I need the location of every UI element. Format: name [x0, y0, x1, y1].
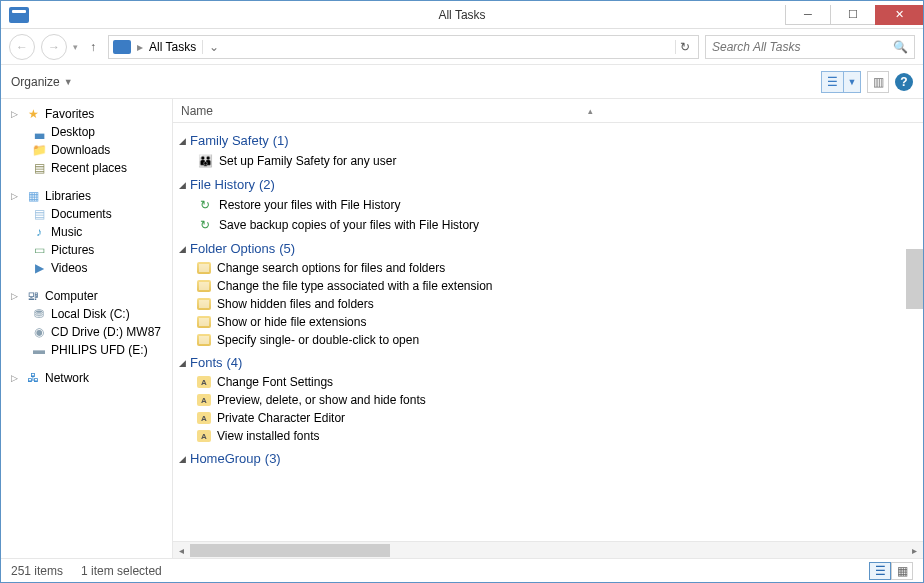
expand-icon: ▷: [11, 291, 21, 301]
sidebar-libraries[interactable]: ▷▦Libraries: [1, 187, 172, 205]
view-icon[interactable]: ☰: [822, 72, 844, 92]
scroll-right-icon[interactable]: ▸: [906, 545, 923, 556]
sidebar-item-videos[interactable]: ▶Videos: [1, 259, 172, 277]
app-icon: [9, 7, 29, 23]
breadcrumb-location[interactable]: All Tasks: [149, 40, 196, 54]
star-icon: ★: [25, 107, 41, 121]
music-icon: ♪: [31, 225, 47, 239]
back-button[interactable]: ←: [9, 34, 35, 60]
group-header[interactable]: ◢Fonts (4): [179, 349, 923, 373]
fold-icon: [197, 280, 211, 292]
details-view-button[interactable]: ☰: [869, 562, 891, 580]
task-label: Change Font Settings: [217, 375, 333, 389]
task-item[interactable]: Specify single- or double-click to open: [179, 331, 923, 349]
font-icon: A: [197, 394, 211, 406]
navigation-pane[interactable]: ▷★Favorites ▃Desktop 📁Downloads ▤Recent …: [1, 99, 173, 558]
cd-icon: ◉: [31, 325, 47, 339]
status-selected: 1 item selected: [81, 564, 162, 578]
sidebar-item-documents[interactable]: ▤Documents: [1, 205, 172, 223]
task-item[interactable]: APrivate Character Editor: [179, 409, 923, 427]
hist-icon: ↻: [197, 217, 213, 233]
sidebar-computer[interactable]: ▷🖳Computer: [1, 287, 172, 305]
history-dropdown[interactable]: ▾: [73, 42, 78, 52]
horizontal-scrollbar[interactable]: ◂ ▸: [173, 541, 923, 558]
forward-button[interactable]: →: [41, 34, 67, 60]
refresh-button[interactable]: ↻: [675, 40, 694, 54]
preview-pane-button[interactable]: ▥: [867, 71, 889, 93]
caret-down-icon: ◢: [179, 244, 186, 254]
task-item[interactable]: Show hidden files and folders: [179, 295, 923, 313]
videos-icon: ▶: [31, 261, 47, 275]
expand-icon: ▷: [11, 191, 21, 201]
search-icon: 🔍: [893, 40, 908, 54]
sidebar-label: Favorites: [45, 107, 94, 121]
scroll-thumb[interactable]: [190, 544, 390, 557]
sidebar-item-recent[interactable]: ▤Recent places: [1, 159, 172, 177]
group-header[interactable]: ◢Folder Options (5): [179, 235, 923, 259]
icons-view-button[interactable]: ▦: [891, 562, 913, 580]
group-header[interactable]: ◢File History (2): [179, 171, 923, 195]
close-button[interactable]: ✕: [875, 5, 923, 25]
caret-down-icon: ◢: [179, 136, 186, 146]
organize-label: Organize: [11, 75, 60, 89]
maximize-button[interactable]: ☐: [830, 5, 876, 25]
task-item[interactable]: 👪Set up Family Safety for any user: [179, 151, 923, 171]
task-item[interactable]: AView installed fonts: [179, 427, 923, 445]
address-bar[interactable]: ▸ All Tasks ⌄ ↻: [108, 35, 699, 59]
group-count: (5): [279, 241, 295, 256]
fold-icon: [197, 262, 211, 274]
group-header[interactable]: ◢Family Safety (1): [179, 127, 923, 151]
search-input[interactable]: [712, 40, 893, 54]
task-label: Restore your files with File History: [219, 198, 400, 212]
task-item[interactable]: Change search options for files and fold…: [179, 259, 923, 277]
sidebar-item-downloads[interactable]: 📁Downloads: [1, 141, 172, 159]
column-name[interactable]: Name: [181, 104, 213, 118]
sidebar-network[interactable]: ▷🖧Network: [1, 369, 172, 387]
sidebar-item-label: Documents: [51, 207, 112, 221]
window-controls: ─ ☐ ✕: [786, 5, 923, 25]
address-dropdown[interactable]: ⌄: [202, 40, 225, 54]
body: ▷★Favorites ▃Desktop 📁Downloads ▤Recent …: [1, 99, 923, 558]
task-item[interactable]: Show or hide file extensions: [179, 313, 923, 331]
task-item[interactable]: ↻Restore your files with File History: [179, 195, 923, 215]
group-title: Folder Options: [190, 241, 275, 256]
column-header[interactable]: Name ▴: [173, 99, 923, 123]
sidebar-item-cd-drive[interactable]: ◉CD Drive (D:) MW87: [1, 323, 172, 341]
recent-icon: ▤: [31, 161, 47, 175]
sidebar-favorites[interactable]: ▷★Favorites: [1, 105, 172, 123]
task-label: Save backup copies of your files with Fi…: [219, 218, 479, 232]
sidebar-item-label: Recent places: [51, 161, 127, 175]
task-item[interactable]: ↻Save backup copies of your files with F…: [179, 215, 923, 235]
sidebar-item-local-disk[interactable]: ⛃Local Disk (C:): [1, 305, 172, 323]
minimize-button[interactable]: ─: [785, 5, 831, 25]
sidebar-item-usb[interactable]: ▬PHILIPS UFD (E:): [1, 341, 172, 359]
sidebar-item-label: Pictures: [51, 243, 94, 257]
hist-icon: ↻: [197, 197, 213, 213]
view-dropdown[interactable]: ▼: [844, 72, 860, 92]
task-item[interactable]: AChange Font Settings: [179, 373, 923, 391]
sidebar-item-desktop[interactable]: ▃Desktop: [1, 123, 172, 141]
pictures-icon: ▭: [31, 243, 47, 257]
vertical-scrollbar-thumb[interactable]: [906, 249, 923, 309]
window-title: All Tasks: [438, 8, 485, 22]
scroll-left-icon[interactable]: ◂: [173, 545, 190, 556]
task-item[interactable]: APreview, delete, or show and hide fonts: [179, 391, 923, 409]
task-item[interactable]: Change the file type associated with a f…: [179, 277, 923, 295]
sidebar-item-pictures[interactable]: ▭Pictures: [1, 241, 172, 259]
group-header[interactable]: ◢HomeGroup (3): [179, 445, 923, 469]
organize-menu[interactable]: Organize ▼: [11, 75, 73, 89]
caret-down-icon: ◢: [179, 454, 186, 464]
sidebar-item-label: Music: [51, 225, 82, 239]
sidebar-item-music[interactable]: ♪Music: [1, 223, 172, 241]
up-button[interactable]: ↑: [84, 40, 102, 54]
help-button[interactable]: ?: [895, 73, 913, 91]
status-item-count: 251 items: [11, 564, 63, 578]
folder-icon: 📁: [31, 143, 47, 157]
search-box[interactable]: 🔍: [705, 35, 915, 59]
expand-icon: ▷: [11, 373, 21, 383]
scroll-track[interactable]: [190, 542, 906, 559]
sidebar-label: Libraries: [45, 189, 91, 203]
content-area[interactable]: ◢Family Safety (1)👪Set up Family Safety …: [173, 123, 923, 541]
font-icon: A: [197, 376, 211, 388]
view-mode-split[interactable]: ☰ ▼: [821, 71, 861, 93]
